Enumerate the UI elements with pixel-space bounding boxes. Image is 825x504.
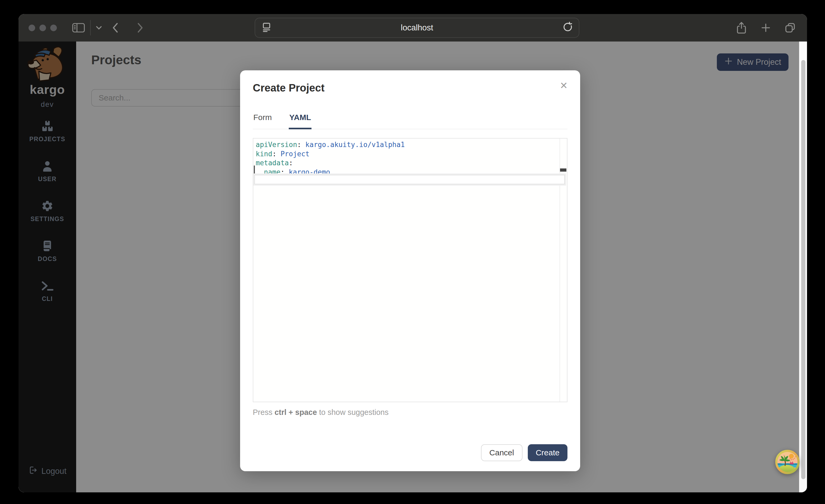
address-bar[interactable]: localhost	[255, 18, 579, 38]
close-icon[interactable]: ✕	[558, 80, 570, 91]
tab-form[interactable]: Form	[253, 113, 272, 129]
editor-cursor	[254, 165, 255, 175]
page: kargo dev	[18, 42, 807, 492]
share-icon[interactable]	[735, 21, 748, 34]
toolbar-divider	[90, 20, 91, 35]
code-line: metadata:	[253, 158, 567, 168]
new-tab-icon[interactable]	[759, 21, 772, 34]
modal-title: Create Project	[253, 82, 568, 94]
code-line: apiVersion: kargo.akuity.io/v1alpha1	[253, 140, 567, 149]
browser-toolbar: localhost	[18, 14, 807, 42]
reload-icon[interactable]	[562, 21, 574, 34]
cancel-button[interactable]: Cancel	[481, 444, 523, 461]
forward-icon[interactable]	[135, 21, 145, 34]
browser-window: localhost	[18, 14, 807, 492]
editor-hint: Press ctrl + space to show suggestions	[253, 408, 568, 417]
close-button[interactable]	[28, 24, 35, 31]
sidebar-toggle-icon[interactable]	[72, 22, 85, 33]
island-badge[interactable]	[775, 449, 800, 475]
editor-ruler-mark	[560, 168, 567, 171]
chevron-down-icon[interactable]	[94, 23, 103, 32]
page-scrollbar[interactable]	[799, 42, 807, 492]
yaml-editor[interactable]: apiVersion: kargo.akuity.io/v1alpha1 kin…	[253, 138, 568, 402]
scrollbar-thumb[interactable]	[801, 60, 806, 479]
editor-active-line	[254, 175, 565, 184]
create-project-modal: ✕ Create Project Form YAML apiVersion: k…	[240, 70, 580, 471]
zoom-button[interactable]	[50, 24, 57, 31]
modal-tabs: Form YAML	[253, 113, 568, 129]
tab-yaml[interactable]: YAML	[289, 113, 311, 129]
create-button[interactable]: Create	[528, 444, 568, 461]
minimize-button[interactable]	[40, 24, 46, 31]
code-line: kind: Project	[253, 149, 567, 159]
url-text: localhost	[255, 23, 579, 32]
back-icon[interactable]	[110, 21, 121, 34]
tab-overview-icon[interactable]	[784, 21, 797, 34]
traffic-lights	[28, 24, 57, 31]
